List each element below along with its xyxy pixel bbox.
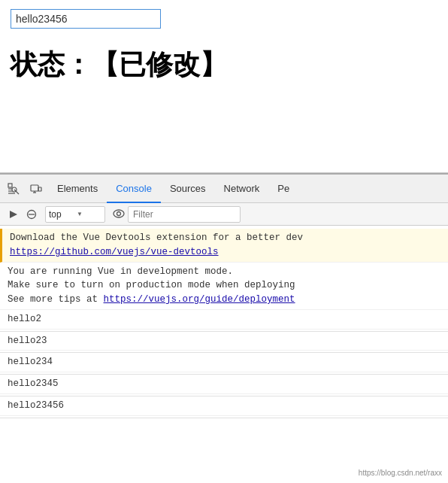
watermark: https://blog.csdn.net/raxx (359, 469, 442, 477)
log-text: hello234 (8, 357, 53, 367)
svg-marker-9 (10, 211, 17, 218)
devtools-panel: Elements Console Sources Network Pe (0, 173, 448, 483)
filter-input[interactable] (128, 206, 241, 223)
main-input[interactable] (11, 9, 161, 29)
console-log-hello23: hello23 (0, 332, 448, 351)
console-log-hello23456: hello23456 (0, 396, 448, 416)
console-entry-devtools: Download the Vue Devtools extension for … (0, 229, 448, 263)
svg-rect-0 (8, 184, 12, 187)
console-devtools-text: Download the Vue Devtools extension for … (10, 232, 303, 243)
console-output: Download the Vue Devtools extension for … (0, 226, 448, 483)
select-arrow-icon: ▼ (77, 211, 101, 217)
console-log-hello2345: hello2345 (0, 375, 448, 394)
svg-point-12 (114, 210, 124, 217)
log-text: hello2345 (8, 378, 59, 389)
console-toolbar: top ▼ (0, 203, 448, 226)
log-text: hello23456 (8, 400, 64, 411)
tab-elements[interactable]: Elements (48, 175, 107, 203)
svg-point-13 (117, 212, 121, 216)
log-text: hello2 (8, 314, 41, 324)
tab-console[interactable]: Console (107, 175, 161, 203)
devtools-tab-bar: Elements Console Sources Network Pe (0, 175, 448, 203)
context-selector[interactable]: top ▼ (45, 206, 105, 223)
tab-performance[interactable]: Pe (268, 175, 298, 203)
svg-rect-6 (38, 187, 41, 191)
tab-network[interactable]: Network (215, 175, 269, 203)
clear-console-icon[interactable] (23, 205, 41, 223)
inspect-element-icon[interactable] (3, 178, 24, 199)
status-text: 状态：【已修改】 (11, 47, 437, 84)
run-script-icon[interactable] (5, 205, 23, 223)
svg-rect-5 (31, 185, 38, 191)
page-content: 状态：【已修改】 (0, 0, 448, 173)
responsive-icon[interactable] (26, 178, 47, 199)
devtools-link[interactable]: https://github.com/vuejs/vue-devtools (10, 247, 219, 257)
log-text: hello23 (8, 336, 47, 346)
console-log-hello234: hello234 (0, 353, 448, 372)
eye-icon[interactable] (113, 208, 125, 220)
console-log-hello2: hello2 (0, 310, 448, 330)
console-entry-vue-mode: You are running Vue in development mode.… (0, 263, 448, 310)
tab-sources[interactable]: Sources (161, 175, 215, 203)
vue-guide-link[interactable]: https://vuejs.org/guide/deployment (104, 294, 295, 305)
